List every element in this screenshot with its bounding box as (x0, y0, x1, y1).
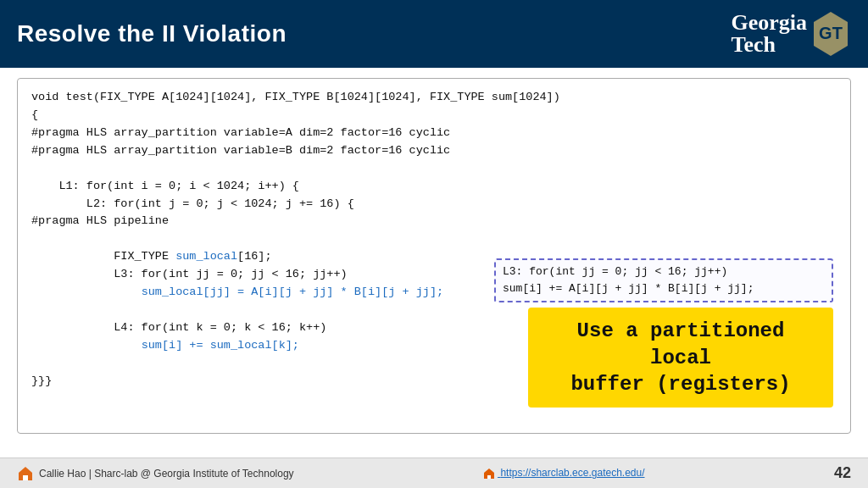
code-line-4: #pragma HLS array_partition variable=B d… (31, 142, 837, 160)
code-line-2: { (31, 107, 837, 125)
gt-buzz-icon: GT (810, 10, 851, 58)
footer: Callie Hao | Sharc-lab @ Georgia Institu… (0, 458, 868, 488)
main-content: void test(FIX_TYPE A[1024][1024], FIX_TY… (0, 68, 868, 458)
page-title: Resolve the II Violation (17, 20, 287, 47)
gt-logo-line1: Georgia (731, 12, 807, 34)
footer-url[interactable]: https://sharclab.ece.gatech.edu/ (483, 467, 644, 480)
sum-local-blue: sum_local (175, 250, 237, 263)
code-line-pipeline: #pragma HLS pipeline (31, 213, 837, 230)
svg-rect-3 (23, 475, 28, 480)
code-block: void test(FIX_TYPE A[1024][1024], FIX_TY… (17, 78, 851, 434)
gt-logo-line2: Tech (731, 34, 807, 56)
code-line-3: #pragma HLS array_partition variable=A d… (31, 125, 837, 142)
highlight-box: L3: for(int jj = 0; jj < 16; jj++) sum[i… (494, 258, 833, 302)
home-icon (483, 468, 495, 480)
code-line-blank1 (31, 160, 837, 178)
gt-logo: Georgia Tech GT (731, 10, 851, 58)
svg-text:GT: GT (819, 24, 843, 42)
highlight-line1: L3: for(int jj = 0; jj < 16; jj++) (503, 263, 825, 280)
footer-left: Callie Hao | Sharc-lab @ Georgia Institu… (17, 465, 294, 482)
highlight-line2: sum[i] += A[i][j + jj] * B[i][j + jj]; (503, 280, 825, 297)
code-line-l1: L1: for(int i = 0; i < 1024; i++) { (31, 178, 837, 196)
yellow-callout-box: Use a partitioned localbuffer (registers… (528, 308, 833, 408)
l4-body-blue: sum[i] += sum_local[k]; (142, 339, 299, 352)
yellow-callout-text: Use a partitioned localbuffer (registers… (570, 319, 790, 395)
footer-author: Callie Hao | Sharc-lab @ Georgia Institu… (39, 468, 294, 480)
code-line-1: void test(FIX_TYPE A[1024][1024], FIX_TY… (31, 89, 837, 107)
svg-rect-5 (487, 475, 491, 479)
l3-body-blue: sum_local[jj] = A[i][j + jj] * B[i][j + … (142, 286, 443, 298)
page-number: 42 (834, 464, 851, 482)
sharc-icon (17, 465, 34, 482)
gt-logo-text-block: Georgia Tech (731, 12, 807, 56)
code-line-blank2 (31, 230, 837, 248)
code-line-l2: L2: for(int j = 0; j < 1024; j += 16) { (31, 196, 837, 214)
header: Resolve the II Violation Georgia Tech GT (0, 0, 868, 68)
